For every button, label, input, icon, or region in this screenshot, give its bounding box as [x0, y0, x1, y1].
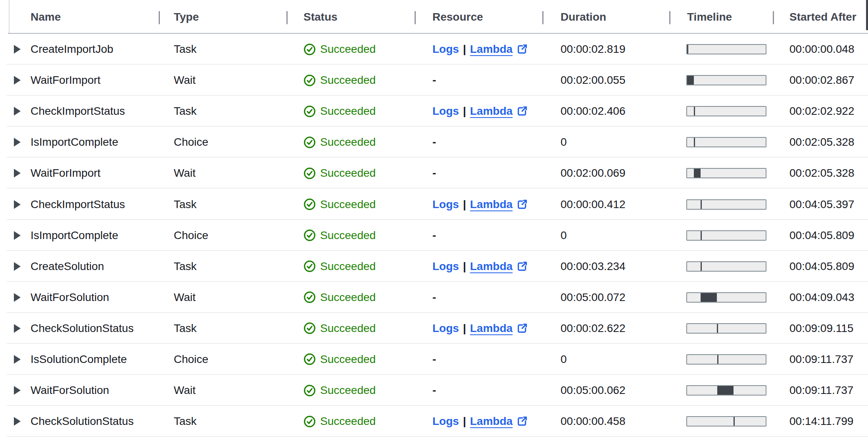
succeeded-check-icon [303, 105, 316, 118]
scrollbar-thumb[interactable] [866, 0, 868, 30]
external-link-icon[interactable] [516, 322, 528, 334]
started-after-value: 00:02:05.328 [789, 136, 855, 149]
duration-value: 00:00:03.234 [561, 260, 626, 273]
type-cell: Wait [159, 65, 286, 96]
name-cell: CreateSolution [0, 251, 159, 282]
expand-caret-icon[interactable] [14, 76, 21, 85]
logs-link[interactable]: Logs [432, 415, 459, 428]
logs-link[interactable]: Logs [432, 43, 459, 56]
expand-caret-icon[interactable] [14, 293, 21, 302]
lambda-link[interactable]: Lambda [470, 260, 513, 273]
succeeded-check-icon [303, 167, 316, 179]
duration-cell: 00:00:02.819 [542, 34, 669, 65]
table-row: IsSolutionComplete Choice Succeeded Logs… [0, 344, 868, 375]
column-header-status: Status [286, 0, 415, 34]
state-type: Wait [174, 291, 196, 304]
duration-cell: 00:00:03.234 [542, 251, 669, 282]
expand-caret-icon[interactable] [14, 355, 21, 364]
status-cell: Succeeded [286, 344, 415, 375]
state-type: Wait [174, 74, 196, 87]
status-label: Succeeded [320, 353, 376, 366]
timeline-bar [686, 230, 766, 241]
expand-caret-icon[interactable] [14, 107, 21, 116]
resource-separator: | [463, 105, 466, 118]
name-cell: IsSolutionComplete [0, 344, 159, 375]
external-link-icon[interactable] [516, 199, 528, 210]
resource-links: Logs | Lambda [432, 415, 528, 428]
started-after-cell: 00:04:05.397 [773, 189, 868, 220]
status-cell: Succeeded [286, 65, 415, 96]
lambda-link[interactable]: Lambda [470, 198, 513, 211]
started-after-value: 00:09:11.737 [789, 353, 853, 366]
state-name: CheckImportStatus [31, 105, 125, 118]
column-header-label: Resource [432, 11, 483, 23]
resource-links: Logs | Lambda [432, 105, 528, 118]
timeline-cell [669, 96, 773, 127]
started-after-value: 00:04:05.809 [789, 229, 855, 242]
expand-caret-icon[interactable] [14, 417, 21, 426]
type-cell: Task [159, 406, 286, 437]
duration-value: 00:00:00.458 [561, 415, 626, 428]
resource-cell: Logs | Lambda - [415, 344, 542, 375]
timeline-segment [694, 107, 695, 116]
column-divider [415, 11, 416, 24]
column-header-label: Duration [561, 11, 606, 23]
external-link-icon[interactable] [516, 415, 528, 427]
resource-separator: | [463, 43, 466, 56]
type-cell: Wait [159, 158, 286, 189]
status-cell: Succeeded [286, 127, 415, 158]
table-row: WaitForSolution Wait Succeeded Logs | La… [0, 282, 868, 313]
state-type: Task [174, 415, 197, 428]
state-type: Choice [174, 353, 208, 366]
type-cell: Task [159, 96, 286, 127]
logs-link[interactable]: Logs [432, 105, 459, 118]
expand-caret-icon[interactable] [14, 200, 21, 209]
resource-empty-dash: - [432, 229, 436, 242]
status-cell: Succeeded [286, 34, 415, 65]
resource-cell: Logs | Lambda - [415, 406, 542, 437]
resource-cell: Logs | Lambda - [415, 251, 542, 282]
table-row: CreateSolution Task Succeeded Logs | Lam… [0, 251, 868, 282]
duration-cell: 0 [542, 127, 669, 158]
table-row: CheckImportStatus Task Succeeded Logs | … [0, 189, 868, 220]
started-after-cell: 00:02:05.328 [773, 158, 868, 189]
succeeded-check-icon [303, 136, 316, 149]
resource-links: Logs | Lambda [432, 322, 528, 335]
column-divider [542, 11, 543, 24]
expand-caret-icon[interactable] [14, 138, 21, 147]
lambda-link[interactable]: Lambda [470, 322, 513, 335]
succeeded-check-icon [303, 322, 316, 334]
name-cell: CreateImportJob [0, 34, 159, 65]
external-link-icon[interactable] [516, 261, 528, 272]
expand-caret-icon[interactable] [14, 45, 21, 54]
timeline-segment [694, 169, 700, 178]
duration-value: 00:00:02.819 [561, 43, 626, 56]
logs-link[interactable]: Logs [432, 198, 459, 211]
resource-separator: | [463, 260, 466, 273]
status-label: Succeeded [320, 415, 376, 428]
logs-link[interactable]: Logs [432, 322, 459, 335]
resource-cell: Logs | Lambda - [415, 220, 542, 251]
column-header-label: Status [303, 11, 338, 23]
timeline-bar [686, 261, 766, 272]
duration-value: 00:02:00.055 [561, 74, 626, 87]
expand-caret-icon[interactable] [14, 262, 21, 271]
resource-cell: Logs | Lambda - [415, 313, 542, 344]
started-after-value: 00:04:05.397 [789, 198, 855, 211]
resource-empty-dash: - [432, 291, 436, 304]
state-name: CheckSolutionStatus [31, 322, 134, 335]
logs-link[interactable]: Logs [432, 260, 459, 273]
external-link-icon[interactable] [516, 43, 528, 55]
expand-caret-icon[interactable] [14, 386, 21, 395]
expand-caret-icon[interactable] [14, 169, 21, 178]
external-link-icon[interactable] [516, 105, 528, 117]
lambda-link[interactable]: Lambda [470, 43, 513, 56]
status-label: Succeeded [320, 322, 376, 335]
column-header-resource: Resource [415, 0, 542, 34]
lambda-link[interactable]: Lambda [470, 105, 513, 118]
timeline-bar [686, 75, 766, 85]
started-after-value: 00:00:02.867 [789, 74, 855, 87]
expand-caret-icon[interactable] [14, 231, 21, 240]
lambda-link[interactable]: Lambda [470, 415, 513, 428]
expand-caret-icon[interactable] [14, 324, 21, 333]
